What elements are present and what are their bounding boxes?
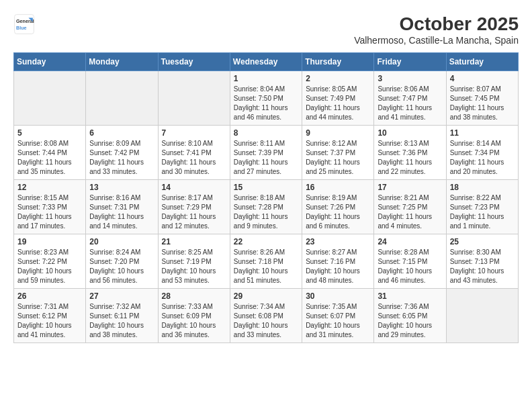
day-info: Sunrise: 8:07 AMSunset: 7:45 PMDaylight:… [450,85,515,122]
day-number: 21 [162,237,226,246]
calendar-cell: 6Sunrise: 8:09 AMSunset: 7:42 PMDaylight… [86,126,158,180]
day-number: 13 [89,183,154,192]
calendar-cell: 4Sunrise: 8:07 AMSunset: 7:45 PMDaylight… [446,71,518,126]
weekday-header-row: SundayMondayTuesdayWednesdayThursdayFrid… [14,53,519,71]
calendar-week-2: 5Sunrise: 8:08 AMSunset: 7:44 PMDaylight… [14,126,519,180]
day-info: Sunrise: 7:36 AMSunset: 6:05 PMDaylight:… [378,302,442,340]
day-number: 30 [306,291,370,301]
day-number: 26 [17,291,82,301]
calendar-week-5: 26Sunrise: 7:31 AMSunset: 6:12 PMDayligh… [14,289,519,343]
title-block: October 2025 Valhermoso, Castille-La Man… [354,13,519,46]
calendar-cell: 1Sunrise: 8:04 AMSunset: 7:50 PMDaylight… [230,71,302,126]
calendar-cell: 7Sunrise: 8:10 AMSunset: 7:41 PMDaylight… [158,126,230,180]
day-number: 22 [234,237,298,246]
day-number: 2 [306,74,370,83]
day-number: 20 [89,237,154,246]
day-number: 10 [378,128,442,138]
day-info: Sunrise: 8:21 AMSunset: 7:25 PMDaylight:… [378,193,442,231]
day-info: Sunrise: 8:11 AMSunset: 7:39 PMDaylight:… [234,139,298,177]
calendar-cell: 23Sunrise: 8:27 AMSunset: 7:16 PMDayligh… [302,234,374,289]
day-info: Sunrise: 8:27 AMSunset: 7:16 PMDaylight:… [306,248,370,285]
calendar-cell: 25Sunrise: 8:30 AMSunset: 7:13 PMDayligh… [446,234,518,289]
day-number: 23 [306,237,370,246]
calendar-cell: 18Sunrise: 8:22 AMSunset: 7:23 PMDayligh… [446,180,518,234]
calendar-week-1: 1Sunrise: 8:04 AMSunset: 7:50 PMDaylight… [14,71,519,126]
day-info: Sunrise: 8:16 AMSunset: 7:31 PMDaylight:… [89,193,154,231]
day-info: Sunrise: 8:24 AMSunset: 7:20 PMDaylight:… [89,248,154,285]
calendar-cell: 5Sunrise: 8:08 AMSunset: 7:44 PMDaylight… [14,126,86,180]
day-number: 14 [162,183,226,192]
calendar-week-3: 12Sunrise: 8:15 AMSunset: 7:33 PMDayligh… [14,180,519,234]
weekday-header-monday: Monday [86,53,158,71]
day-number: 18 [450,183,515,192]
day-number: 8 [234,128,298,138]
weekday-header-thursday: Thursday [302,53,374,71]
day-number: 6 [89,128,154,138]
day-number: 7 [162,128,226,138]
day-number: 29 [234,291,298,301]
calendar-cell: 11Sunrise: 8:14 AMSunset: 7:34 PMDayligh… [446,126,518,180]
day-info: Sunrise: 8:18 AMSunset: 7:28 PMDaylight:… [234,193,298,231]
calendar-cell: 24Sunrise: 8:28 AMSunset: 7:15 PMDayligh… [374,234,446,289]
day-number: 9 [306,128,370,138]
calendar-cell [446,289,518,343]
weekday-header-tuesday: Tuesday [158,53,230,71]
calendar-cell: 28Sunrise: 7:33 AMSunset: 6:09 PMDayligh… [158,289,230,343]
calendar-cell: 10Sunrise: 8:13 AMSunset: 7:36 PMDayligh… [374,126,446,180]
calendar-cell: 21Sunrise: 8:25 AMSunset: 7:19 PMDayligh… [158,234,230,289]
day-info: Sunrise: 8:30 AMSunset: 7:13 PMDaylight:… [450,248,515,285]
calendar-cell: 20Sunrise: 8:24 AMSunset: 7:20 PMDayligh… [86,234,158,289]
day-number: 15 [234,183,298,192]
calendar-cell: 31Sunrise: 7:36 AMSunset: 6:05 PMDayligh… [374,289,446,343]
day-info: Sunrise: 8:25 AMSunset: 7:19 PMDaylight:… [162,248,226,285]
calendar-week-4: 19Sunrise: 8:23 AMSunset: 7:22 PMDayligh… [14,234,519,289]
day-number: 31 [378,291,442,301]
day-info: Sunrise: 7:35 AMSunset: 6:07 PMDaylight:… [306,302,370,340]
day-number: 16 [306,183,370,192]
day-info: Sunrise: 8:10 AMSunset: 7:41 PMDaylight:… [162,139,226,177]
day-info: Sunrise: 8:08 AMSunset: 7:44 PMDaylight:… [17,139,82,177]
day-info: Sunrise: 8:23 AMSunset: 7:22 PMDaylight:… [17,248,82,285]
day-info: Sunrise: 8:06 AMSunset: 7:47 PMDaylight:… [378,85,442,122]
day-info: Sunrise: 8:26 AMSunset: 7:18 PMDaylight:… [234,248,298,285]
weekday-header-wednesday: Wednesday [230,53,302,71]
day-number: 3 [378,74,442,83]
calendar-cell: 26Sunrise: 7:31 AMSunset: 6:12 PMDayligh… [14,289,86,343]
day-number: 25 [450,237,515,246]
logo: General Blue [13,13,35,35]
calendar-cell: 3Sunrise: 8:06 AMSunset: 7:47 PMDaylight… [374,71,446,126]
day-info: Sunrise: 8:15 AMSunset: 7:33 PMDaylight:… [17,193,82,231]
calendar-cell: 30Sunrise: 7:35 AMSunset: 6:07 PMDayligh… [302,289,374,343]
day-number: 28 [162,291,226,301]
day-info: Sunrise: 8:28 AMSunset: 7:15 PMDaylight:… [378,248,442,285]
calendar-cell: 22Sunrise: 8:26 AMSunset: 7:18 PMDayligh… [230,234,302,289]
calendar-cell: 15Sunrise: 8:18 AMSunset: 7:28 PMDayligh… [230,180,302,234]
day-info: Sunrise: 8:12 AMSunset: 7:37 PMDaylight:… [306,139,370,177]
calendar-subtitle: Valhermoso, Castille-La Mancha, Spain [354,35,519,46]
day-info: Sunrise: 8:19 AMSunset: 7:26 PMDaylight:… [306,193,370,231]
day-info: Sunrise: 8:22 AMSunset: 7:23 PMDaylight:… [450,193,515,231]
logo-icon: General Blue [13,13,35,35]
weekday-header-sunday: Sunday [14,53,86,71]
day-number: 4 [450,74,515,83]
svg-text:Blue: Blue [16,25,27,31]
calendar-cell: 12Sunrise: 8:15 AMSunset: 7:33 PMDayligh… [14,180,86,234]
calendar-cell [86,71,158,126]
day-info: Sunrise: 8:05 AMSunset: 7:49 PMDaylight:… [306,85,370,122]
day-info: Sunrise: 7:34 AMSunset: 6:08 PMDaylight:… [234,302,298,340]
calendar-cell: 17Sunrise: 8:21 AMSunset: 7:25 PMDayligh… [374,180,446,234]
calendar-cell: 8Sunrise: 8:11 AMSunset: 7:39 PMDaylight… [230,126,302,180]
calendar-title: October 2025 [354,13,519,35]
page-header: General Blue October 2025 Valhermoso, Ca… [13,13,519,46]
calendar-cell: 16Sunrise: 8:19 AMSunset: 7:26 PMDayligh… [302,180,374,234]
day-info: Sunrise: 8:14 AMSunset: 7:34 PMDaylight:… [450,139,515,177]
day-number: 5 [17,128,82,138]
calendar-cell [158,71,230,126]
day-info: Sunrise: 8:13 AMSunset: 7:36 PMDaylight:… [378,139,442,177]
calendar-cell: 19Sunrise: 8:23 AMSunset: 7:22 PMDayligh… [14,234,86,289]
day-info: Sunrise: 7:31 AMSunset: 6:12 PMDaylight:… [17,302,82,340]
day-number: 17 [378,183,442,192]
calendar-cell: 14Sunrise: 8:17 AMSunset: 7:29 PMDayligh… [158,180,230,234]
calendar-table: SundayMondayTuesdayWednesdayThursdayFrid… [13,52,519,343]
day-number: 11 [450,128,515,138]
